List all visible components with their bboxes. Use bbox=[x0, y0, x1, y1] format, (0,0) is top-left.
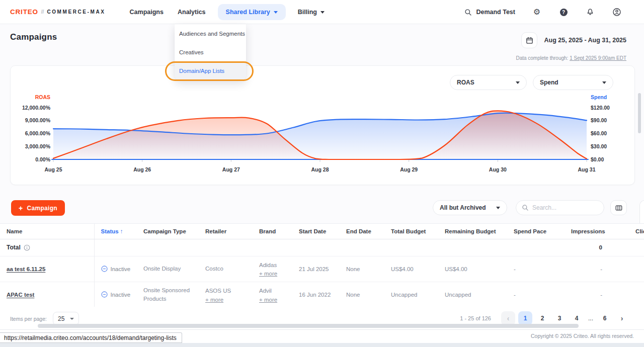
account-button[interactable] bbox=[612, 7, 622, 17]
total-clicks: 0 bbox=[609, 239, 644, 256]
x-axis-label: Aug 30 bbox=[489, 166, 507, 172]
main-nav: Campaigns Analytics Shared Library Billi… bbox=[123, 4, 332, 20]
logo-brand-text: CRITEO bbox=[10, 8, 38, 16]
page-button-3[interactable]: 3 bbox=[552, 311, 567, 325]
vertical-scrollbar[interactable] bbox=[638, 93, 641, 133]
table-search bbox=[516, 200, 604, 215]
table-row[interactable]: aa test 6.11.25InactiveOnsite DisplayCos… bbox=[0, 256, 644, 282]
chevron-down-icon bbox=[320, 11, 325, 14]
left-axis-tick: 9,000.00% bbox=[25, 117, 51, 123]
items-per-page: Items per page: 25 bbox=[10, 312, 79, 325]
calendar-icon bbox=[525, 36, 534, 45]
page-button-4[interactable]: 4 bbox=[570, 311, 584, 325]
column-header-brand[interactable]: Brand bbox=[253, 224, 292, 239]
app-window: CRITEO // COMMERCE-MAX Campaigns Analyti… bbox=[0, 0, 644, 347]
chevron-down-icon bbox=[274, 11, 278, 14]
date-range-picker: Aug 25, 2025 - Aug 31, 2025 bbox=[521, 32, 626, 48]
calendar-button[interactable] bbox=[521, 32, 537, 48]
more-link[interactable]: + more bbox=[205, 297, 223, 303]
search-icon bbox=[522, 204, 529, 211]
account-search[interactable]: Demand Test bbox=[464, 9, 515, 16]
account-search-label: Demand Test bbox=[476, 9, 515, 16]
columns-icon bbox=[615, 204, 623, 212]
browser-status-url: https://retailmedia.criteo.com/accounts/… bbox=[0, 332, 182, 343]
date-range-value[interactable]: Aug 25, 2025 - Aug 31, 2025 bbox=[544, 37, 626, 44]
chevron-down-icon bbox=[516, 81, 520, 84]
page-ellipsis: ... bbox=[587, 315, 595, 322]
plus-icon: + bbox=[19, 204, 23, 212]
table-row[interactable]: APAC testInactiveOnsite Sponsored Produc… bbox=[0, 282, 644, 307]
column-header-name[interactable]: Name bbox=[0, 224, 94, 239]
right-axis-tick: $60.00 bbox=[591, 130, 607, 136]
nav-item-campaigns[interactable]: Campaigns bbox=[123, 5, 171, 20]
criteo-logo[interactable]: CRITEO // COMMERCE-MAX bbox=[10, 8, 106, 16]
column-header-status[interactable]: Status ↑ bbox=[94, 224, 137, 239]
data-complete-link[interactable]: 1 Sept 2025 9:00am EDT bbox=[570, 55, 626, 61]
items-per-page-select[interactable]: 25 bbox=[53, 312, 79, 325]
top-navigation-bar: CRITEO // COMMERCE-MAX Campaigns Analyti… bbox=[0, 0, 644, 24]
shared-library-menu: Audiences and Segments Creatives Domain/… bbox=[175, 24, 246, 80]
performance-chart-card: ROAS Spend ROASSpend12,000.00%9,000.00%6… bbox=[10, 65, 635, 185]
user-avatar-icon bbox=[612, 8, 621, 17]
column-header-retailer[interactable]: Retailer bbox=[199, 224, 253, 239]
help-icon: ? bbox=[560, 9, 568, 16]
more-link[interactable]: + more bbox=[259, 297, 277, 303]
chevron-down-icon bbox=[70, 318, 74, 320]
nav-item-shared-library[interactable]: Shared Library bbox=[218, 4, 286, 20]
campaign-name-link[interactable]: APAC test bbox=[7, 292, 34, 298]
menu-item-creatives[interactable]: Creatives bbox=[175, 43, 246, 61]
table-total-row: Total 00 bbox=[0, 239, 644, 256]
left-axis-tick: 0.00% bbox=[35, 156, 50, 162]
campaigns-table-container: NameStatus ↑Campaign TypeRetailerBrandSt… bbox=[0, 223, 644, 307]
column-header-spend-pace[interactable]: Spend Pace bbox=[507, 224, 565, 239]
column-header-remaining-budget[interactable]: Remaining Budget bbox=[438, 224, 507, 239]
left-metric-select[interactable]: ROAS bbox=[450, 75, 527, 90]
search-input[interactable] bbox=[532, 204, 593, 211]
x-axis-label: Aug 27 bbox=[222, 166, 240, 172]
column-header-end-date[interactable]: End Date bbox=[340, 224, 384, 239]
search-icon bbox=[464, 9, 472, 16]
add-campaign-button[interactable]: + Campaign bbox=[11, 200, 65, 216]
right-axis-tick: $30.00 bbox=[591, 143, 607, 149]
x-axis-label: Aug 29 bbox=[400, 166, 418, 172]
info-icon[interactable] bbox=[24, 244, 30, 251]
column-header-impressions[interactable]: Impressions bbox=[565, 224, 609, 239]
nav-item-billing[interactable]: Billing bbox=[291, 5, 332, 20]
right-metric-select[interactable]: Spend bbox=[533, 75, 613, 90]
horizontal-scrollbar[interactable] bbox=[38, 324, 579, 328]
status-filter-select[interactable]: All but Archived bbox=[433, 200, 507, 215]
x-axis-label: Aug 31 bbox=[578, 166, 595, 172]
page-button-1[interactable]: 1 bbox=[518, 311, 532, 325]
menu-item-domain-app-lists[interactable]: Domain/App Lists bbox=[175, 61, 246, 80]
settings-button[interactable]: ⚙ bbox=[532, 7, 542, 17]
help-button[interactable]: ? bbox=[558, 7, 569, 17]
menu-item-audiences-and-segments[interactable]: Audiences and Segments bbox=[175, 24, 246, 43]
column-header-start-date[interactable]: Start Date bbox=[292, 224, 340, 239]
left-axis-tick: 6,000.00% bbox=[25, 130, 51, 136]
column-header-clicks[interactable]: Clicks bbox=[609, 224, 644, 239]
inactive-status-icon bbox=[101, 266, 108, 272]
total-impressions: 0 bbox=[565, 239, 609, 256]
logo-separator: // bbox=[41, 9, 44, 15]
more-link[interactable]: + more bbox=[259, 271, 277, 277]
column-settings-button[interactable] bbox=[610, 200, 627, 215]
column-header-total-budget[interactable]: Total Budget bbox=[384, 224, 438, 239]
prev-page-button[interactable]: ‹ bbox=[501, 311, 515, 325]
logo-product-text: COMMERCE-MAX bbox=[47, 9, 105, 15]
nav-item-analytics[interactable]: Analytics bbox=[171, 5, 213, 20]
bottom-edge-strip bbox=[0, 343, 644, 347]
chevron-down-icon bbox=[496, 207, 500, 209]
next-page-button[interactable]: › bbox=[615, 311, 629, 325]
campaign-name-link[interactable]: aa test 6.11.25 bbox=[7, 266, 45, 272]
topbar-actions: Demand Test ⚙ ? bbox=[464, 0, 622, 24]
right-axis-tick: $90.00 bbox=[591, 117, 607, 123]
left-axis-tick: 3,000.00% bbox=[25, 143, 51, 149]
pager: 1 - 25 of 126 ‹ 1234...6 › bbox=[460, 311, 629, 325]
copyright-text: Copyright © 2025 Criteo. All rights rese… bbox=[531, 333, 634, 339]
column-header-campaign-type[interactable]: Campaign Type bbox=[137, 224, 199, 239]
notifications-button[interactable] bbox=[585, 7, 595, 17]
page-button-2[interactable]: 2 bbox=[535, 311, 549, 325]
chevron-down-icon bbox=[602, 81, 606, 84]
page-button-6[interactable]: 6 bbox=[598, 311, 612, 325]
right-axis-title: Spend bbox=[591, 94, 607, 100]
